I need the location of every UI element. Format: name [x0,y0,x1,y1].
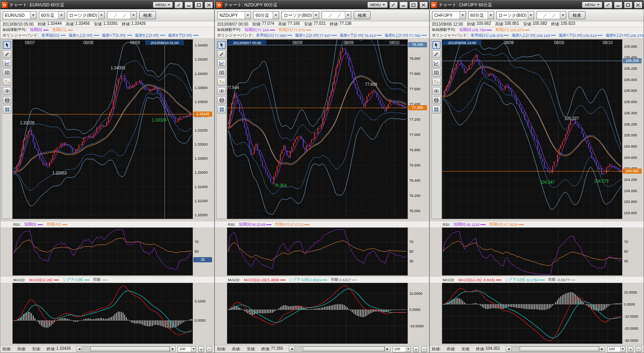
print-tool-button[interactable] [217,96,226,104]
rsi-plot[interactable] [442,227,622,276]
chart-scrollbar[interactable]: ◀ ▶ [76,346,176,352]
close-button[interactable] [419,2,428,8]
caret-down-icon[interactable] [191,347,196,352]
scroll-right-button[interactable]: ▶ [599,347,605,351]
zoom-select[interactable]: 100 [607,346,626,352]
scrollbar-track[interactable] [82,347,170,351]
caret-down-icon[interactable] [58,12,64,19]
scrollbar-track[interactable] [512,347,599,351]
caret-down-icon[interactable] [488,12,494,19]
zoom-out-button[interactable]: − [206,346,212,352]
caret-down-icon[interactable] [30,12,36,19]
main-plot[interactable]: 08/0708/0808/092013/08/10 01:001.340031.… [12,39,193,219]
scrollbar-thumb[interactable] [303,347,385,351]
draw-mode-button[interactable] [389,2,398,8]
minimize-button[interactable] [184,2,193,8]
date-input[interactable]: ／ ／ [537,11,566,19]
pattern-tool-button[interactable] [217,78,226,86]
price-axis[interactable]: 78.00077.80077.60077.40077.20077.00076.8… [408,39,428,219]
visibility-tool-button[interactable] [217,87,226,95]
data-window-tool-button[interactable] [217,69,226,77]
macd-plot[interactable] [442,283,622,344]
timeframe-select[interactable]: 60分足 [39,11,65,19]
rsi-plot[interactable] [227,227,407,276]
caret-down-icon[interactable] [620,347,625,352]
caret-down-icon[interactable] [245,12,251,19]
macd-axis[interactable]: 0.10000.0000 [193,283,213,344]
caret-down-icon[interactable] [313,12,319,19]
scroll-right-button[interactable]: ▶ [385,347,390,351]
price-axis[interactable]: 1.344001.342001.340001.338001.336001.334… [193,39,213,219]
macd-plot[interactable] [12,283,193,344]
visibility-tool-button[interactable] [3,87,11,95]
caret-down-icon[interactable] [406,347,411,352]
chart-scrollbar[interactable]: ◀ ▶ [289,346,391,352]
scroll-right-button[interactable]: ▶ [170,347,175,351]
pair-select[interactable]: EUR/USD [3,11,36,19]
print-tool-button[interactable] [3,96,11,104]
layout-tool-button[interactable] [217,105,226,114]
scrollbar-track[interactable] [295,347,385,351]
draw-mode-button[interactable] [174,2,183,8]
layout-tool-button[interactable] [432,105,441,114]
rsi-axis[interactable]: 705030 [408,227,428,276]
zoom-in-button[interactable]: ＋ [628,346,634,352]
price-axis[interactable]: 106.600106.400106.200106.000105.800105.6… [622,39,642,219]
chart-scrollbar[interactable]: ◀ ▶ [506,346,605,352]
timeframe-select[interactable]: 60分足 [253,11,279,19]
indicator-tool-button[interactable] [3,59,11,67]
rsi-plot[interactable] [12,227,193,276]
caret-down-icon[interactable] [273,12,279,19]
scroll-left-button[interactable]: ◀ [506,347,512,351]
zoom-select[interactable]: 100 [393,346,411,352]
rsi-axis[interactable]: 705030 [622,227,642,276]
print-tool-button[interactable] [432,96,441,104]
visibility-tool-button[interactable] [432,87,441,95]
caret-down-icon[interactable] [460,12,466,19]
scroll-left-button[interactable]: ◀ [77,347,82,351]
pointer-tool-button[interactable] [3,41,11,49]
chart-style-select[interactable]: ローソク(BID) [496,11,534,19]
close-button[interactable] [634,2,642,8]
window-titlebar[interactable]: n チャート: CHF/JPY 60分足 MENU [430,0,644,9]
scrollbar-thumb[interactable] [90,347,170,351]
chart-style-select[interactable]: ローソク(BID) [67,11,105,19]
zoom-select[interactable]: 100 [178,346,196,352]
zoom-out-button[interactable]: − [636,346,642,352]
maximize-button[interactable] [409,2,418,8]
zoom-in-button[interactable]: ＋ [413,346,419,352]
indicator-tool-button[interactable] [217,59,226,67]
rsi-axis[interactable]: 705032 [193,227,213,276]
caret-down-icon[interactable] [345,12,351,19]
pointer-tool-button[interactable] [217,41,226,49]
caret-down-icon[interactable] [98,12,104,19]
window-titlebar[interactable]: n チャート: NZD/JPY 60分足 MENU [215,0,429,9]
main-plot[interactable]: 08/0808/0908/102013/08/07 00:0077.54477.… [227,39,407,219]
caret-down-icon[interactable] [130,12,136,19]
menu-button[interactable]: MENU [367,2,388,8]
layout-tool-button[interactable] [3,105,11,114]
timeframe-select[interactable]: 60分足 [468,11,494,19]
caret-down-icon[interactable] [560,12,566,19]
draw-tool-button[interactable] [3,50,11,58]
draw-mode-button[interactable] [604,2,612,8]
search-button[interactable]: 検索 [354,11,371,19]
minimize-button[interactable] [614,2,622,8]
menu-button[interactable]: MENU [582,2,602,8]
pointer-tool-button[interactable] [432,41,441,49]
pair-select[interactable]: NZD/JPY [217,11,251,19]
draw-tool-button[interactable] [217,50,226,58]
caret-down-icon[interactable] [528,12,534,19]
chart-style-select[interactable]: ローソク(BID) [281,11,319,19]
maximize-button[interactable] [624,2,632,8]
minimize-button[interactable] [399,2,408,8]
maximize-button[interactable] [194,2,203,8]
indicator-tool-button[interactable] [432,59,441,67]
macd-plot[interactable] [227,283,407,344]
data-window-tool-button[interactable] [432,69,441,77]
close-button[interactable] [205,2,213,8]
macd-axis[interactable]: 10.00000.0000-10.0000-20.0000-30.0000 [622,283,642,344]
search-button[interactable]: 検索 [569,11,585,19]
main-plot[interactable]: 08/0808/0908/102013/08/06 13:00105.32710… [442,39,622,219]
date-input[interactable]: ／ ／ [107,11,137,19]
